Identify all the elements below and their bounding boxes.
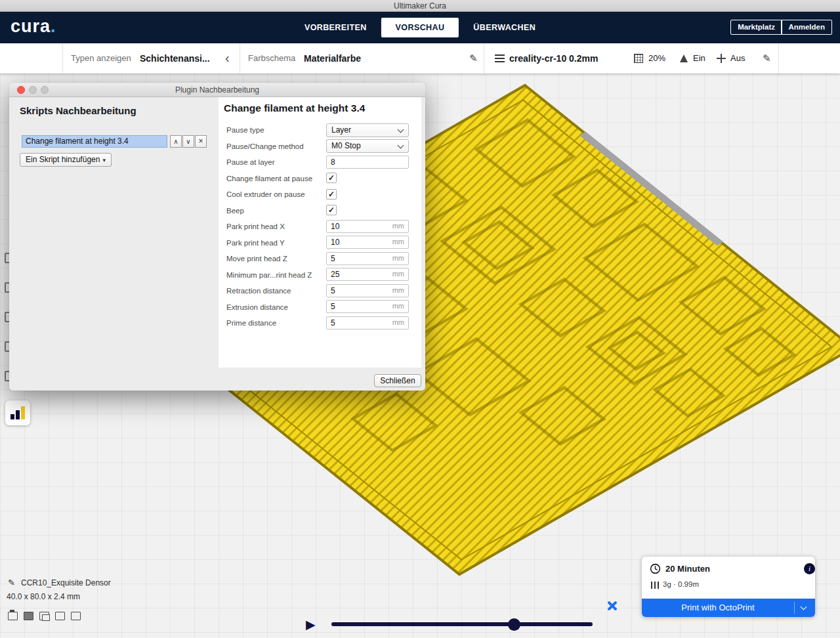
field-label: Pause/Change method	[226, 142, 326, 150]
unit-label: mm	[392, 254, 404, 262]
signin-button[interactable]: Anmelden	[781, 20, 832, 35]
clock-icon	[650, 563, 661, 574]
screen: Ultimaker Cura cura. VORBEREITEN VORSCHA…	[0, 0, 840, 638]
divider	[778, 43, 779, 74]
field-checkbox[interactable]: ✓	[326, 189, 337, 200]
rename-pencil-icon[interactable]: ✎	[8, 578, 15, 587]
field-label: Cool extruder on pause	[226, 190, 326, 198]
marketplace-button[interactable]: Marktplatz	[730, 20, 782, 35]
dropdown-arrow-icon: ▾	[102, 157, 106, 163]
material-icon	[651, 582, 660, 589]
window-titlebar: Ultimaker Cura	[0, 0, 840, 12]
window-title: Ultimaker Cura	[394, 1, 446, 11]
scripts-panel: Skripts Nachbearbeitung Change filament …	[9, 97, 219, 391]
add-script-button[interactable]: Ein Skript hinzufügen▾	[20, 153, 112, 167]
infill-value[interactable]: 20%	[648, 43, 665, 74]
unit-label: mm	[392, 222, 404, 230]
input-wrap	[326, 156, 409, 169]
adhesion-value[interactable]: Aus	[730, 43, 745, 74]
move-script-down-button[interactable]: ∨	[182, 135, 194, 148]
tab-vorbereiten[interactable]: VORBEREITEN	[290, 18, 381, 37]
support-icon	[680, 54, 688, 62]
unit-label: mm	[392, 270, 404, 278]
zoom-window-icon	[41, 86, 49, 94]
adhesion-icon	[717, 54, 726, 63]
script-list-item-selected[interactable]: Change filament at height 3.4	[22, 135, 167, 148]
field-checkbox[interactable]: ✓	[326, 173, 337, 183]
input-wrap: mm	[326, 220, 409, 234]
divider	[62, 43, 63, 74]
tab-ueberwachen[interactable]: ÜBERWACHEN	[459, 18, 550, 37]
field-select[interactable]: Layer	[326, 123, 409, 137]
move-script-up-button[interactable]: ∧	[170, 135, 182, 148]
duplicate-cube-icon[interactable]	[39, 612, 49, 620]
dialog-titlebar[interactable]: Plugin Nachbearbeitung	[9, 83, 425, 97]
solid-cube-icon[interactable]	[24, 612, 33, 620]
info-icon[interactable]: i	[804, 563, 815, 574]
input-wrap: mm	[326, 316, 409, 330]
field-label: Pause type	[226, 126, 326, 134]
printer-icon[interactable]	[8, 612, 18, 620]
print-time-estimate: 20 Minuten	[665, 564, 710, 574]
field-label: Beep	[226, 207, 326, 215]
material-usage: 3g · 0.99m	[663, 580, 699, 588]
field-label: Pause at layer	[226, 158, 326, 166]
field-select[interactable]: M0 Stop	[326, 139, 409, 153]
form-row: Pause at layer	[226, 154, 417, 171]
divider	[484, 43, 484, 74]
input-wrap: mm	[326, 284, 409, 298]
post-processing-dialog: Plugin Nachbearbeitung Skripts Nachbearb…	[9, 83, 425, 391]
printhead-icon	[495, 54, 505, 62]
edit-print-settings-icon[interactable]: ✎	[763, 43, 771, 74]
script-settings-panel: Change filament at height 3.4 Pause type…	[219, 97, 421, 368]
unit-label: mm	[392, 238, 404, 245]
form-row: Minimum par...rint head Zmm	[226, 267, 417, 284]
color-scheme-selector[interactable]: Materialfarbe	[304, 43, 361, 74]
cube-outline-icon[interactable]	[55, 612, 65, 620]
edit-pencil-icon[interactable]: ✎	[469, 43, 478, 74]
form-row: Extrusion distancemm	[226, 299, 417, 316]
close-window-icon[interactable]	[17, 86, 25, 94]
field-label: Prime distance	[226, 319, 326, 327]
field-checkbox[interactable]: ✓	[326, 205, 337, 215]
cube-icon[interactable]	[71, 612, 81, 620]
field-label: Extrusion distance	[226, 303, 326, 311]
field-label: Retraction distance	[226, 287, 326, 295]
model-name: CCR10_Exquisite Densor	[21, 578, 111, 587]
print-summary-panel: 20 Minuten i 3g · 0.99m Print with OctoP…	[642, 557, 815, 617]
form-row: Move print head Zmm	[226, 251, 417, 267]
close-dialog-button[interactable]: Schließen	[374, 374, 421, 387]
chevron-down-icon	[398, 126, 404, 133]
printer-profile-selector[interactable]: creality-cr-10 0.2mm	[509, 43, 598, 74]
cura-logo: cura.	[10, 16, 56, 37]
select-value: Layer	[331, 124, 351, 137]
form-row: Cool extruder on pause✓	[226, 186, 417, 203]
remove-script-button[interactable]: ×	[195, 135, 207, 148]
add-script-label: Ein Skript hinzufügen	[26, 155, 100, 164]
input-wrap: mm	[326, 252, 409, 266]
chevron-down-icon	[398, 142, 404, 149]
unit-label: mm	[392, 286, 404, 294]
field-label: Change filament at pause	[226, 175, 326, 182]
select-value: M0 Stop	[331, 140, 361, 152]
scripts-heading: Skripts Nachbearbeitung	[20, 105, 136, 116]
input-wrap: mm	[326, 236, 409, 249]
field-input[interactable]	[326, 156, 409, 169]
chevron-down-icon[interactable]	[801, 604, 807, 610]
logo-dot-icon: .	[51, 16, 56, 36]
print-with-octoprint-button[interactable]: Print with OctoPrint	[642, 599, 815, 617]
checkbox-wrap: ✓	[326, 171, 409, 185]
adjust-tools-icon[interactable]	[605, 599, 620, 613]
form-rows: Pause typeLayerPause/Change methodM0 Sto…	[226, 122, 417, 331]
form-row: Change filament at pause✓	[226, 171, 417, 187]
form-row: Pause/Change methodM0 Stop	[226, 138, 417, 155]
dialog-title: Plugin Nachbearbeitung	[175, 85, 259, 95]
script-settings-heading: Change filament at height 3.4	[224, 102, 365, 114]
view-toolbar: Typen anzeigen Schichtenansi... ‹ Farbsc…	[0, 43, 840, 74]
tab-vorschau[interactable]: VORSCHAU	[381, 18, 459, 37]
collapse-chevron-icon[interactable]: ‹	[225, 43, 230, 72]
form-row: Beep✓	[226, 203, 417, 219]
view-type-selector[interactable]: Schichtenansi...	[140, 43, 210, 74]
layers-legend-button[interactable]	[5, 400, 30, 425]
support-value[interactable]: Ein	[693, 43, 705, 74]
